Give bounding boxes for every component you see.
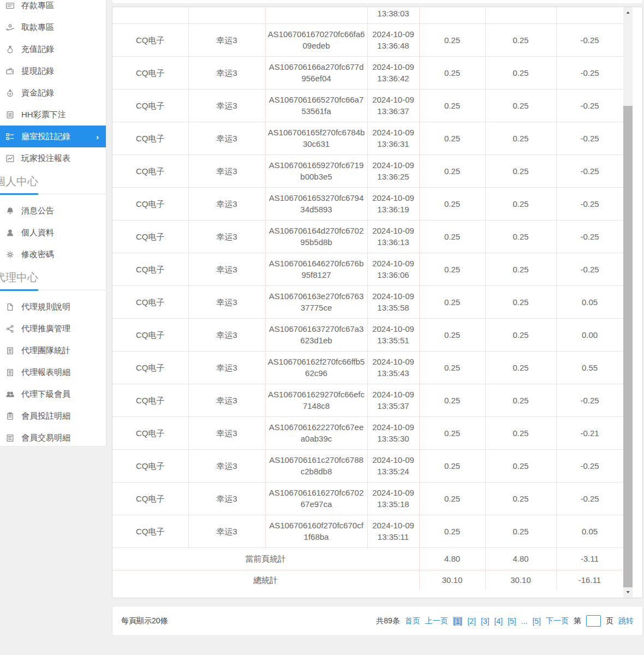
deposit-area-icon <box>4 1 15 10</box>
time-cell: 2024-10-09 13:35:37 <box>367 384 419 416</box>
sidebar-item-agent-report[interactable]: 代理報表明細 <box>0 361 106 383</box>
time-cell: 2024-10-09 13:35:51 <box>367 318 419 351</box>
valid-bet-cell: 0.25 <box>485 384 556 416</box>
game-cell: 幸运3 <box>188 384 265 416</box>
scroll-up-button[interactable]: ▲ <box>623 8 633 17</box>
platform-cell: CQ电子 <box>112 89 188 122</box>
bet-amount-cell: 0.25 <box>419 122 485 154</box>
sidebar-item-profile[interactable]: 個人資料 <box>0 222 106 243</box>
order-id-cell: AS1067061637270fc67a3623d1eb <box>265 318 367 351</box>
sidebar-item-lottery-bet[interactable]: HH彩票下注 <box>0 104 106 126</box>
sidebar-item-label: HH彩票下注 <box>21 110 66 120</box>
total-summary-valid: 30.10 <box>485 570 556 590</box>
page-link[interactable]: [4] <box>494 617 503 626</box>
vertical-scrollbar[interactable]: ▲ ▼ <box>623 7 633 598</box>
profit-cell: -0.25 <box>556 253 623 285</box>
platform-cell: CQ电子 <box>112 220 188 253</box>
next-page-link[interactable]: 下一页 <box>546 616 569 626</box>
profit-cell: -0.25 <box>556 122 623 154</box>
sidebar-item-announcement[interactable]: 消息公告 <box>0 200 106 222</box>
profit-cell: -0.25 <box>556 154 623 187</box>
game-cell: 幸运3 <box>188 122 265 154</box>
order-id-cell: AS1067061653270fc679434d5893 <box>265 187 367 220</box>
sidebar-item-agent-rules[interactable]: 代理規則說明 <box>0 296 106 318</box>
profit-cell: -0.25 <box>556 449 623 482</box>
bet-amount-cell: 0.25 <box>419 351 485 384</box>
jump-suffix-label: 页 <box>606 616 613 626</box>
sidebar-item-label: 個人資料 <box>21 228 54 238</box>
scroll-down-button[interactable]: ▼ <box>623 588 633 597</box>
sidebar-item-agent-promo[interactable]: 代理推廣管理 <box>0 318 106 340</box>
time-cell: 2024-10-09 13:36:06 <box>367 253 419 285</box>
bet-amount-cell: 0.25 <box>419 187 485 220</box>
order-id-cell <box>265 7 367 23</box>
sidebar-item-player-bet-report[interactable]: 玩家投注報表 <box>0 147 106 169</box>
page-jump-input[interactable] <box>586 615 601 627</box>
page-ellipsis: ... <box>521 617 528 626</box>
page-link[interactable]: [2] <box>467 617 476 626</box>
platform-cell: CQ电子 <box>112 154 188 187</box>
page-link[interactable]: [5] <box>532 617 541 626</box>
sidebar-item-withdraw-area[interactable]: 取款專區 <box>0 16 106 38</box>
password-icon <box>4 249 15 259</box>
sidebar-item-room-bet-record[interactable]: 廳室投註記錄› <box>0 126 106 147</box>
withdraw-record-icon <box>4 66 15 76</box>
platform-cell: CQ电子 <box>112 515 188 547</box>
platform-cell: CQ电子 <box>112 23 188 56</box>
time-cell: 13:38:03 <box>367 7 419 23</box>
scroll-up-arrow-icon: ▲ <box>622 8 635 17</box>
platform-cell: CQ电子 <box>112 187 188 220</box>
sidebar-item-label: 修改密碼 <box>21 249 54 260</box>
member-trade-icon <box>4 433 15 443</box>
game-cell: 幸运3 <box>188 416 265 449</box>
recharge-record-icon <box>4 44 15 54</box>
sidebar-item-deposit-area[interactable]: 存款專區 <box>0 0 106 16</box>
page-link-current[interactable]: [1] <box>453 617 463 626</box>
page-link[interactable]: [5] <box>508 617 516 626</box>
scroll-down-arrow-icon: ▼ <box>622 588 635 597</box>
section-header-underline <box>0 290 106 290</box>
agent-team-icon <box>4 346 15 355</box>
bet-amount-cell: 0.25 <box>419 482 485 515</box>
sidebar-item-member-trade[interactable]: 會員交易明細 <box>0 427 106 446</box>
bet-amount-cell: 0.25 <box>419 220 485 253</box>
sidebar-item-recharge-record[interactable]: 充值記錄 <box>0 38 106 60</box>
valid-bet-cell: 0.25 <box>485 154 556 187</box>
game-cell: 幸运3 <box>188 515 265 547</box>
time-cell: 2024-10-09 13:36:37 <box>367 89 419 122</box>
bet-amount-cell: 0.25 <box>419 89 485 122</box>
valid-bet-cell: 0.25 <box>485 23 556 56</box>
platform-cell: CQ电子 <box>112 384 188 416</box>
order-id-cell: AS106706166a270fc677d956ef04 <box>265 56 367 89</box>
sidebar-menu-section: 代理規則說明代理推廣管理代理團隊統計代理報表明細代理下級會員會員投註明細會員交易… <box>0 296 106 446</box>
valid-bet-cell: 0.25 <box>485 515 556 547</box>
room-bet-record-icon <box>4 132 15 141</box>
jump-button[interactable]: 跳转 <box>618 616 634 626</box>
funds-record-icon <box>4 88 15 98</box>
sidebar-item-withdraw-record[interactable]: 提現記錄 <box>0 60 106 82</box>
sidebar-item-funds-record[interactable]: 資金記錄 <box>0 82 106 104</box>
first-page-link[interactable]: 首页 <box>405 616 420 626</box>
sidebar-item-agent-team[interactable]: 代理團隊統計 <box>0 340 106 361</box>
table-row: CQ电子幸运3AS1067061659270fc6719b00b3e52024-… <box>112 154 623 187</box>
platform-cell: CQ电子 <box>112 122 188 154</box>
total-summary-row: 總統計 30.10 30.10 -16.11 <box>112 570 623 590</box>
sidebar-item-label: 代理下級會員 <box>21 389 70 400</box>
page-link[interactable]: [3] <box>481 617 490 626</box>
scrollbar-thumb[interactable] <box>623 106 633 587</box>
jump-prefix-label: 第 <box>574 616 581 626</box>
platform-cell: CQ电子 <box>112 482 188 515</box>
order-id-cell: AS106706161c270fc6788c2b8db8 <box>265 449 367 482</box>
table-row: CQ电子幸运3AS1067061670270fc66fa609edeb2024-… <box>112 23 623 56</box>
prev-page-link[interactable]: 上一页 <box>425 616 448 626</box>
order-id-cell: AS1067061629270fc66efc7148c8 <box>265 384 367 416</box>
sidebar-item-member-bet[interactable]: 會員投註明細 <box>0 405 106 427</box>
game-cell: 幸运3 <box>188 56 265 89</box>
page-summary-bet: 4.80 <box>419 547 485 570</box>
sidebar-item-agent-members[interactable]: 代理下級會員 <box>0 383 106 405</box>
total-summary-bet: 30.10 <box>419 570 485 590</box>
agent-rules-icon <box>4 302 15 312</box>
sidebar-item-password[interactable]: 修改密碼 <box>0 243 106 265</box>
agent-promo-icon <box>4 324 15 334</box>
table-row: CQ电子幸运3AS106706166a270fc677d956ef042024-… <box>112 56 623 89</box>
